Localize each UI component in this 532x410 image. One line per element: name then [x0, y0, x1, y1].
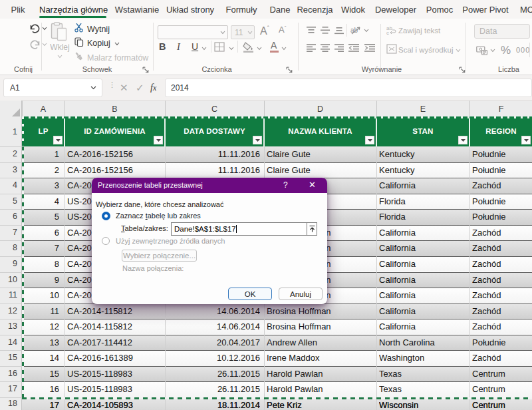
svg-text:ab: ab — [350, 27, 358, 34]
svg-text:c: c — [386, 30, 389, 35]
